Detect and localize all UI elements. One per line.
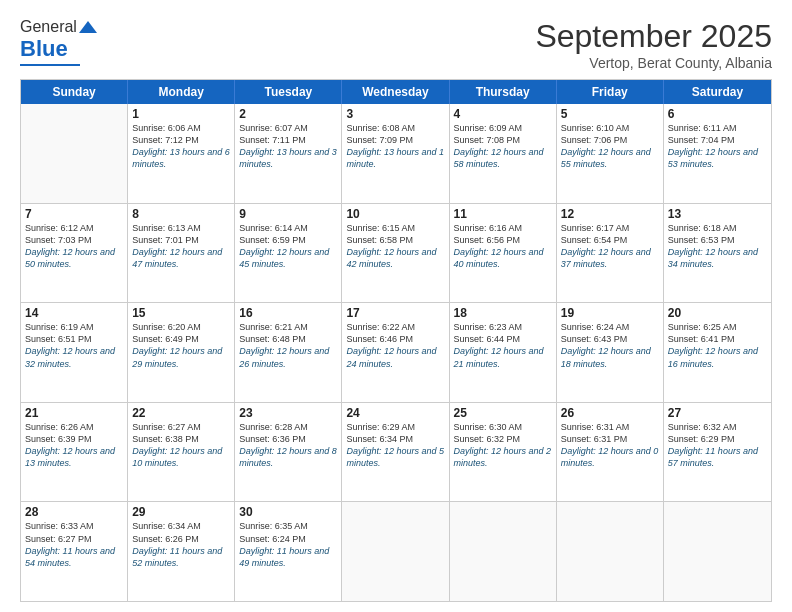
calendar-week-3: 14Sunrise: 6:19 AMSunset: 6:51 PMDayligh…: [21, 303, 771, 403]
daylight-text: Daylight: 12 hours and 2 minutes.: [454, 445, 552, 469]
sunset-text: Sunset: 6:39 PM: [25, 433, 123, 445]
sunrise-text: Sunrise: 6:31 AM: [561, 421, 659, 433]
sunset-text: Sunset: 7:09 PM: [346, 134, 444, 146]
daylight-text: Daylight: 12 hours and 8 minutes.: [239, 445, 337, 469]
sunrise-text: Sunrise: 6:22 AM: [346, 321, 444, 333]
daylight-text: Daylight: 12 hours and 37 minutes.: [561, 246, 659, 270]
calendar-cell: 16Sunrise: 6:21 AMSunset: 6:48 PMDayligh…: [235, 303, 342, 402]
day-number: 19: [561, 306, 659, 320]
calendar-cell: 30Sunrise: 6:35 AMSunset: 6:24 PMDayligh…: [235, 502, 342, 601]
daylight-text: Daylight: 12 hours and 42 minutes.: [346, 246, 444, 270]
sunset-text: Sunset: 6:44 PM: [454, 333, 552, 345]
calendar-body: 1Sunrise: 6:06 AMSunset: 7:12 PMDaylight…: [21, 104, 771, 601]
sunrise-text: Sunrise: 6:10 AM: [561, 122, 659, 134]
day-number: 20: [668, 306, 767, 320]
day-number: 12: [561, 207, 659, 221]
calendar-cell: [557, 502, 664, 601]
sunrise-text: Sunrise: 6:28 AM: [239, 421, 337, 433]
sunrise-text: Sunrise: 6:07 AM: [239, 122, 337, 134]
day-number: 14: [25, 306, 123, 320]
day-number: 30: [239, 505, 337, 519]
calendar-cell: 24Sunrise: 6:29 AMSunset: 6:34 PMDayligh…: [342, 403, 449, 502]
day-number: 11: [454, 207, 552, 221]
sunset-text: Sunset: 7:12 PM: [132, 134, 230, 146]
day-number: 22: [132, 406, 230, 420]
svg-marker-0: [79, 21, 97, 33]
sunrise-text: Sunrise: 6:19 AM: [25, 321, 123, 333]
day-number: 8: [132, 207, 230, 221]
calendar-cell: 28Sunrise: 6:33 AMSunset: 6:27 PMDayligh…: [21, 502, 128, 601]
location: Vertop, Berat County, Albania: [535, 55, 772, 71]
daylight-text: Daylight: 12 hours and 53 minutes.: [668, 146, 767, 170]
sunrise-text: Sunrise: 6:17 AM: [561, 222, 659, 234]
sunrise-text: Sunrise: 6:14 AM: [239, 222, 337, 234]
calendar-cell: 10Sunrise: 6:15 AMSunset: 6:58 PMDayligh…: [342, 204, 449, 303]
sunset-text: Sunset: 6:31 PM: [561, 433, 659, 445]
header-saturday: Saturday: [664, 80, 771, 104]
calendar-cell: 18Sunrise: 6:23 AMSunset: 6:44 PMDayligh…: [450, 303, 557, 402]
sunrise-text: Sunrise: 6:11 AM: [668, 122, 767, 134]
day-number: 28: [25, 505, 123, 519]
calendar-cell: 4Sunrise: 6:09 AMSunset: 7:08 PMDaylight…: [450, 104, 557, 203]
sunset-text: Sunset: 7:01 PM: [132, 234, 230, 246]
sunset-text: Sunset: 6:53 PM: [668, 234, 767, 246]
sunset-text: Sunset: 6:32 PM: [454, 433, 552, 445]
day-number: 7: [25, 207, 123, 221]
sunrise-text: Sunrise: 6:06 AM: [132, 122, 230, 134]
calendar-cell: 13Sunrise: 6:18 AMSunset: 6:53 PMDayligh…: [664, 204, 771, 303]
daylight-text: Daylight: 12 hours and 40 minutes.: [454, 246, 552, 270]
day-number: 15: [132, 306, 230, 320]
daylight-text: Daylight: 12 hours and 26 minutes.: [239, 345, 337, 369]
sunrise-text: Sunrise: 6:13 AM: [132, 222, 230, 234]
sunrise-text: Sunrise: 6:32 AM: [668, 421, 767, 433]
day-number: 16: [239, 306, 337, 320]
header-friday: Friday: [557, 80, 664, 104]
sunset-text: Sunset: 6:29 PM: [668, 433, 767, 445]
sunset-text: Sunset: 6:46 PM: [346, 333, 444, 345]
calendar-week-1: 1Sunrise: 6:06 AMSunset: 7:12 PMDaylight…: [21, 104, 771, 204]
calendar: Sunday Monday Tuesday Wednesday Thursday…: [20, 79, 772, 602]
calendar-week-5: 28Sunrise: 6:33 AMSunset: 6:27 PMDayligh…: [21, 502, 771, 601]
sunrise-text: Sunrise: 6:15 AM: [346, 222, 444, 234]
calendar-cell: [21, 104, 128, 203]
sunrise-text: Sunrise: 6:25 AM: [668, 321, 767, 333]
daylight-text: Daylight: 12 hours and 58 minutes.: [454, 146, 552, 170]
day-number: 17: [346, 306, 444, 320]
sunrise-text: Sunrise: 6:09 AM: [454, 122, 552, 134]
daylight-text: Daylight: 11 hours and 54 minutes.: [25, 545, 123, 569]
sunset-text: Sunset: 6:36 PM: [239, 433, 337, 445]
daylight-text: Daylight: 12 hours and 5 minutes.: [346, 445, 444, 469]
header-thursday: Thursday: [450, 80, 557, 104]
calendar-cell: [450, 502, 557, 601]
calendar-cell: 17Sunrise: 6:22 AMSunset: 6:46 PMDayligh…: [342, 303, 449, 402]
calendar-cell: 25Sunrise: 6:30 AMSunset: 6:32 PMDayligh…: [450, 403, 557, 502]
calendar-cell: 14Sunrise: 6:19 AMSunset: 6:51 PMDayligh…: [21, 303, 128, 402]
calendar-cell: [664, 502, 771, 601]
sunset-text: Sunset: 6:26 PM: [132, 533, 230, 545]
day-number: 5: [561, 107, 659, 121]
logo-underline: [20, 64, 80, 66]
calendar-cell: 12Sunrise: 6:17 AMSunset: 6:54 PMDayligh…: [557, 204, 664, 303]
calendar-cell: 29Sunrise: 6:34 AMSunset: 6:26 PMDayligh…: [128, 502, 235, 601]
calendar-cell: 15Sunrise: 6:20 AMSunset: 6:49 PMDayligh…: [128, 303, 235, 402]
daylight-text: Daylight: 12 hours and 29 minutes.: [132, 345, 230, 369]
daylight-text: Daylight: 12 hours and 55 minutes.: [561, 146, 659, 170]
daylight-text: Daylight: 13 hours and 3 minutes.: [239, 146, 337, 170]
day-number: 27: [668, 406, 767, 420]
daylight-text: Daylight: 12 hours and 16 minutes.: [668, 345, 767, 369]
daylight-text: Daylight: 11 hours and 57 minutes.: [668, 445, 767, 469]
sunset-text: Sunset: 6:56 PM: [454, 234, 552, 246]
day-number: 21: [25, 406, 123, 420]
day-number: 23: [239, 406, 337, 420]
sunset-text: Sunset: 7:04 PM: [668, 134, 767, 146]
daylight-text: Daylight: 12 hours and 10 minutes.: [132, 445, 230, 469]
daylight-text: Daylight: 12 hours and 13 minutes.: [25, 445, 123, 469]
daylight-text: Daylight: 12 hours and 50 minutes.: [25, 246, 123, 270]
calendar-cell: 21Sunrise: 6:26 AMSunset: 6:39 PMDayligh…: [21, 403, 128, 502]
day-number: 2: [239, 107, 337, 121]
calendar-cell: 3Sunrise: 6:08 AMSunset: 7:09 PMDaylight…: [342, 104, 449, 203]
sunset-text: Sunset: 6:48 PM: [239, 333, 337, 345]
sunrise-text: Sunrise: 6:34 AM: [132, 520, 230, 532]
calendar-cell: 5Sunrise: 6:10 AMSunset: 7:06 PMDaylight…: [557, 104, 664, 203]
calendar-cell: 23Sunrise: 6:28 AMSunset: 6:36 PMDayligh…: [235, 403, 342, 502]
